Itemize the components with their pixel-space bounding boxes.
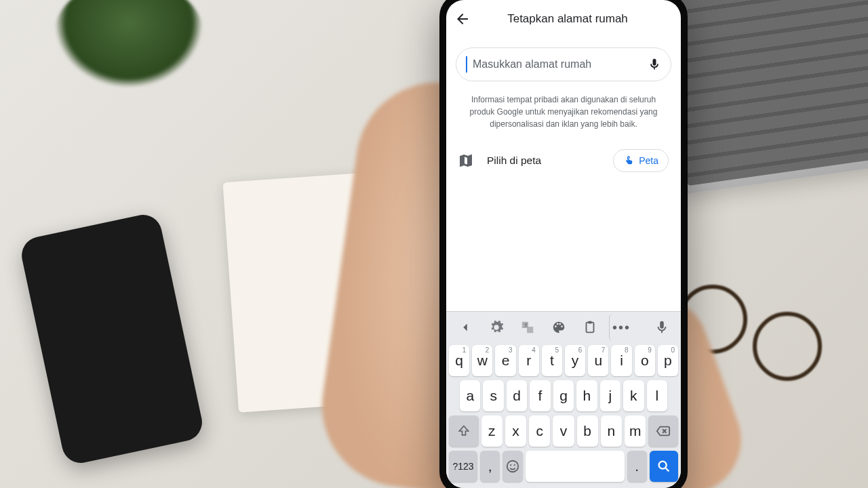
key-e[interactable]: e3 [495, 345, 515, 376]
key-f[interactable]: f [530, 380, 550, 411]
key-l[interactable]: l [647, 380, 667, 411]
key-z[interactable]: z [481, 415, 502, 447]
key-i[interactable]: i8 [611, 345, 631, 376]
choose-on-map-label: Pilih di peta [487, 155, 599, 167]
key-q[interactable]: q1 [449, 345, 469, 376]
key-j[interactable]: j [600, 380, 620, 411]
keyboard-row-3: zxcvbnm [446, 413, 681, 449]
key-o[interactable]: o9 [635, 345, 655, 376]
key-u[interactable]: u7 [588, 345, 608, 376]
search-key[interactable] [650, 451, 678, 482]
app-header: Tetapkan alamat rumah [446, 0, 681, 38]
svg-point-6 [659, 462, 667, 469]
content-spacer [446, 179, 681, 311]
privacy-info-text: Informasi tempat pribadi akan digunakan … [446, 89, 681, 142]
mic-icon[interactable] [648, 58, 661, 71]
svg-point-3 [507, 461, 519, 472]
key-x[interactable]: x [505, 415, 526, 447]
key-s[interactable]: s [483, 380, 503, 411]
key-h[interactable]: h [576, 380, 597, 411]
shift-key[interactable] [449, 415, 479, 447]
page-title: Tetapkan alamat rumah [483, 12, 652, 26]
period-key[interactable]: . [627, 451, 647, 482]
text-cursor [466, 56, 467, 73]
map-chip-button[interactable]: Peta [613, 149, 669, 172]
key-g[interactable]: g [553, 380, 574, 411]
background-phone [18, 211, 205, 466]
symbols-key[interactable]: ?123 [449, 451, 477, 482]
keyboard-voice-button[interactable] [647, 314, 677, 341]
keyboard-row-2: asdfghjkl [446, 378, 681, 413]
search-icon [656, 459, 671, 474]
more-icon: ••• [612, 320, 631, 336]
keyboard-settings-button[interactable] [481, 314, 511, 341]
gear-icon [489, 320, 504, 335]
key-m[interactable]: m [625, 415, 646, 447]
touch-icon [623, 155, 634, 166]
comma-key[interactable]: , [480, 451, 500, 482]
clipboard-icon [583, 320, 597, 335]
palette-icon [551, 320, 566, 335]
svg-rect-2 [588, 321, 592, 324]
emoji-key[interactable] [502, 451, 522, 482]
address-input[interactable] [473, 58, 642, 70]
key-b[interactable]: b [577, 415, 598, 447]
key-c[interactable]: c [529, 415, 550, 447]
key-w[interactable]: w2 [472, 345, 492, 376]
key-n[interactable]: n [601, 415, 622, 447]
key-p[interactable]: p0 [658, 345, 678, 376]
svg-rect-1 [587, 323, 594, 333]
svg-point-5 [514, 464, 515, 466]
key-v[interactable]: v [553, 415, 574, 447]
key-a[interactable]: a [460, 380, 480, 411]
shift-icon [457, 424, 471, 438]
space-key[interactable] [526, 451, 625, 482]
phone-screen: Tetapkan alamat rumah Informasi tempat p… [446, 0, 681, 488]
map-chip-label: Peta [639, 155, 658, 166]
key-d[interactable]: d [507, 380, 527, 411]
choose-on-map-row[interactable]: Pilih di peta Peta [446, 142, 681, 179]
keyboard-row-1: q1w2e3r4t5y6u7i8o9p0 [446, 343, 681, 378]
background-plant [54, 0, 203, 88]
emoji-icon [505, 459, 520, 474]
keyboard-toolbar: 文 ••• [446, 312, 681, 343]
back-button[interactable] [454, 11, 471, 27]
arrow-left-icon [454, 11, 471, 27]
keyboard-collapse-button[interactable] [450, 314, 480, 341]
keyboard-more-button[interactable]: ••• [609, 314, 631, 341]
keyboard-clipboard-button[interactable] [575, 314, 605, 341]
svg-point-4 [510, 464, 511, 466]
key-r[interactable]: r4 [519, 345, 539, 376]
keyboard-theme-button[interactable] [544, 314, 574, 341]
key-t[interactable]: t5 [542, 345, 562, 376]
keyboard-row-4: ?123 , . [446, 449, 681, 484]
mic-icon [654, 320, 669, 335]
translate-icon: 文 [520, 320, 535, 335]
backspace-key[interactable] [648, 415, 678, 447]
address-input-container[interactable] [456, 47, 671, 81]
phone-frame: Tetapkan alamat rumah Informasi tempat p… [439, 0, 688, 488]
keyboard-translate-button[interactable]: 文 [513, 314, 542, 341]
key-y[interactable]: y6 [565, 345, 585, 376]
key-k[interactable]: k [623, 380, 644, 411]
map-icon [458, 153, 473, 168]
on-screen-keyboard: 文 ••• q1w2e3r4t5y6u7i8o9p0 asdfghjkl zxc… [446, 311, 681, 488]
svg-text:文: 文 [524, 322, 528, 328]
backspace-icon [656, 424, 671, 439]
